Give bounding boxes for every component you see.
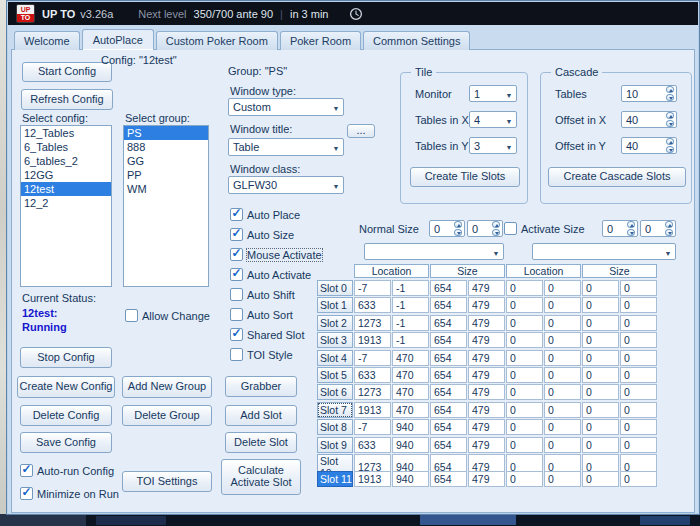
start-config-button[interactable]: Start Config (22, 62, 112, 82)
slot-cell[interactable]: 654 (430, 350, 467, 366)
slot-cell[interactable]: 633 (354, 297, 391, 313)
slot-cell[interactable]: 0 (506, 471, 543, 487)
slot-cell[interactable]: 940 (392, 419, 429, 435)
slot-row-label[interactable]: Slot 11 (317, 471, 353, 487)
slot-cell[interactable]: 940 (392, 471, 429, 487)
slot-cell[interactable]: -1 (392, 315, 429, 331)
slot-cell[interactable]: 0 (582, 332, 619, 348)
slot-cell[interactable]: -7 (354, 280, 391, 296)
slot-cell[interactable]: 654 (430, 419, 467, 435)
slot-cell[interactable]: 654 (430, 437, 467, 453)
slot-cell[interactable]: 470 (392, 384, 429, 400)
spinner-up-icon[interactable] (665, 221, 673, 228)
slot-cell[interactable]: 479 (468, 367, 505, 383)
slot-cell[interactable]: 1273 (354, 384, 391, 400)
slot-cell[interactable]: 0 (506, 332, 543, 348)
slot-cell[interactable]: 0 (582, 367, 619, 383)
group-item[interactable]: PP (124, 168, 208, 182)
chevron-down-icon[interactable] (502, 88, 516, 100)
slot-cell[interactable]: 0 (620, 280, 657, 296)
slot-cell[interactable]: 0 (544, 350, 581, 366)
slot-cell[interactable]: 0 (544, 367, 581, 383)
auto-shift-checkbox[interactable]: Auto Shift (230, 288, 322, 301)
activate-height-spinner[interactable]: 0 (640, 220, 676, 237)
create-new-config-button[interactable]: Create New Config (17, 376, 115, 398)
spinner-up-icon[interactable] (666, 138, 674, 145)
config-item[interactable]: 6_Tables (21, 140, 111, 154)
slot-cell[interactable]: 654 (430, 384, 467, 400)
slot-cell[interactable]: 0 (544, 419, 581, 435)
slot-cell[interactable]: 0 (620, 350, 657, 366)
slot-cell[interactable]: 0 (620, 367, 657, 383)
slot-row-label[interactable]: Slot 2 (317, 315, 353, 331)
spinner-down-icon[interactable] (666, 94, 674, 101)
slot-cell[interactable]: 633 (354, 367, 391, 383)
spinner-up-icon[interactable] (454, 221, 462, 228)
slot-cell[interactable]: 654 (430, 402, 467, 418)
slot-cell[interactable]: 633 (354, 437, 391, 453)
slot-cell[interactable]: 0 (582, 402, 619, 418)
slot-cell[interactable]: 0 (506, 280, 543, 296)
add-new-group-button[interactable]: Add New Group (122, 376, 212, 398)
slot-cell[interactable]: 1273 (354, 315, 391, 331)
slot-cell[interactable]: 0 (582, 471, 619, 487)
stop-config-button[interactable]: Stop Config (20, 347, 112, 368)
auto-sort-checkbox[interactable]: Auto Sort (230, 308, 322, 321)
slot-cell[interactable]: -1 (392, 332, 429, 348)
create-cascade-slots-button[interactable]: Create Cascade Slots (548, 167, 686, 187)
slot-cell[interactable]: 479 (468, 437, 505, 453)
slot-row-label[interactable]: Slot 4 (317, 350, 353, 366)
group-item[interactable]: WM (124, 182, 208, 196)
config-item[interactable]: 12GG (21, 168, 111, 182)
slot-cell[interactable]: 479 (468, 297, 505, 313)
slot-cell[interactable]: 0 (582, 315, 619, 331)
delete-config-button[interactable]: Delete Config (20, 405, 112, 426)
slot-cell[interactable]: 0 (582, 437, 619, 453)
slot-cell[interactable]: 0 (620, 297, 657, 313)
tab-poker-room[interactable]: Poker Room (280, 31, 361, 50)
chevron-down-icon[interactable] (489, 246, 503, 258)
group-item[interactable]: PS (124, 126, 208, 140)
slot-cell[interactable]: 470 (392, 402, 429, 418)
spinner-up-icon[interactable] (666, 86, 674, 93)
offset-in-x-spinner[interactable]: 40 (621, 111, 677, 128)
slot-cell[interactable]: 654 (430, 332, 467, 348)
spinner-down-icon[interactable] (666, 120, 674, 127)
window-class-select[interactable]: GLFW30 (228, 176, 344, 194)
config-item[interactable]: 12_2 (21, 196, 111, 210)
mouse-activate-checkbox[interactable]: Mouse Activate (230, 248, 322, 261)
activate-size-checkbox[interactable]: Activate Size (504, 222, 585, 235)
slot-cell[interactable]: 654 (430, 297, 467, 313)
slot-row-label[interactable]: Slot 5 (317, 367, 353, 383)
config-item[interactable]: 12test (21, 182, 111, 196)
slot-cell[interactable]: 0 (620, 384, 657, 400)
slot-cell[interactable]: 0 (544, 437, 581, 453)
slot-cell[interactable]: 0 (506, 384, 543, 400)
slot-cell[interactable]: 654 (430, 471, 467, 487)
save-config-button[interactable]: Save Config (20, 432, 112, 453)
slot-cell[interactable]: 470 (392, 367, 429, 383)
slot-cell[interactable]: 0 (620, 437, 657, 453)
window-type-select[interactable]: Custom (228, 98, 344, 116)
title-bar[interactable]: UP TO UP TO v3.26a Next level 350/700 an… (8, 2, 698, 25)
slot-cell[interactable]: 940 (392, 437, 429, 453)
slot-cell[interactable]: 0 (544, 384, 581, 400)
chevron-down-icon[interactable] (502, 114, 516, 126)
slot-cell[interactable]: -1 (392, 297, 429, 313)
slot-cell[interactable]: 0 (620, 332, 657, 348)
slot-cell[interactable]: -7 (354, 350, 391, 366)
slot-cell[interactable]: 0 (620, 471, 657, 487)
spinner-down-icon[interactable] (665, 229, 673, 236)
tab-custom-poker-room[interactable]: Custom Poker Room (156, 31, 278, 50)
slot-row-label[interactable]: Slot 0 (317, 280, 353, 296)
chevron-down-icon[interactable] (661, 246, 675, 258)
slot-cell[interactable]: 654 (430, 280, 467, 296)
group-item[interactable]: 888 (124, 140, 208, 154)
spinner-down-icon[interactable] (627, 229, 635, 236)
slot-cell[interactable]: 0 (544, 471, 581, 487)
slot-cell[interactable]: 0 (506, 437, 543, 453)
slot-row-label[interactable]: Slot 1 (317, 297, 353, 313)
slot-cell[interactable]: 0 (544, 332, 581, 348)
taskbar[interactable] (0, 514, 700, 526)
slot-cell[interactable]: 0 (582, 350, 619, 366)
